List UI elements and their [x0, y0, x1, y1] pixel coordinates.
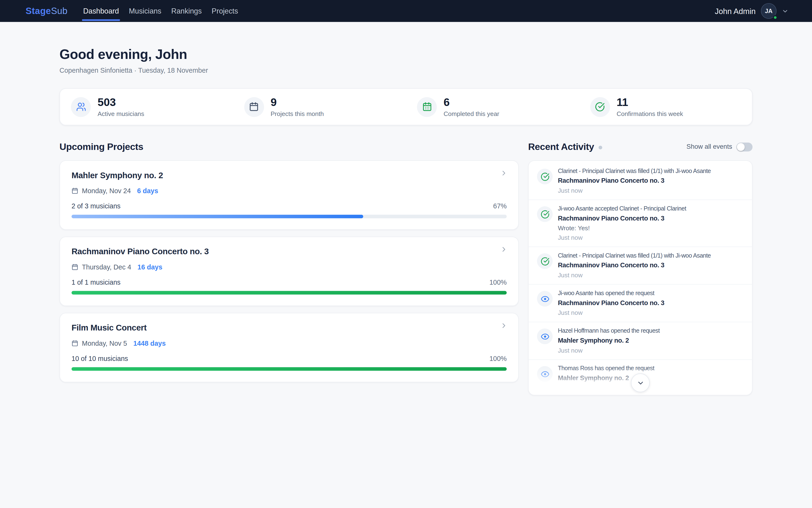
progress-track — [71, 215, 507, 218]
stats-card: 503 Active musicians 9 Projects this mon… — [60, 88, 753, 125]
greeting-subtitle: Copenhagen Sinfonietta · Tuesday, 18 Nov… — [60, 66, 753, 74]
stat-value: 9 — [271, 96, 324, 108]
project-date: Thursday, Dec 4 — [82, 263, 131, 271]
stat: 503 Active musicians — [60, 96, 233, 117]
progress-track — [71, 367, 507, 371]
app-root: StageSub Dashboard Musicians Rankings Pr… — [0, 0, 812, 508]
calendar-icon — [249, 102, 259, 112]
activity-feed-card: Clarinet - Principal Clarinet was filled… — [528, 160, 752, 395]
stat-label: Active musicians — [98, 110, 144, 117]
musicians-count: 1 of 1 musicians — [71, 279, 121, 286]
activity-item: Ji-woo Asante has opened the request Rac… — [529, 284, 752, 322]
eye-icon — [540, 332, 549, 341]
upcoming-projects-section: Upcoming Projects Mahler Symphony no. 2 … — [60, 141, 519, 389]
section-title-recent-activity: Recent Activity — [528, 141, 594, 152]
calendar-icon — [71, 187, 78, 194]
project-days-badge: 6 days — [137, 187, 158, 195]
progress-track — [71, 291, 507, 294]
stat-icon-circle — [417, 97, 437, 117]
project-title: Rachmaninov Piano Concerto no. 3 — [71, 247, 507, 257]
activity-time: Just now — [558, 187, 746, 194]
activity-time: Just now — [558, 347, 746, 354]
project-card-list: Mahler Symphony no. 2 Monday, Nov 24 6 d… — [60, 160, 519, 382]
activity-project: Rachmaninov Piano Concerto no. 3 — [558, 177, 746, 185]
chevron-right-icon[interactable] — [500, 169, 508, 177]
recent-activity-section: Recent Activity Show all events Clarinet… — [528, 141, 752, 395]
project-date: Monday, Nov 5 — [82, 340, 127, 347]
stat-value: 503 — [98, 96, 144, 108]
fill-percent: 100% — [489, 279, 507, 286]
stat-icon-circle — [590, 97, 610, 117]
musicians-count: 2 of 3 musicians — [71, 202, 121, 210]
show-all-events-toggle[interactable] — [736, 142, 752, 151]
eye-icon — [540, 294, 549, 303]
project-date: Monday, Nov 24 — [82, 187, 131, 195]
activity-icon-circle — [537, 329, 553, 344]
activity-time: Just now — [558, 234, 746, 242]
activity-project: Mahler Symphony no. 2 — [558, 337, 746, 345]
fill-percent: 100% — [489, 354, 507, 362]
activity-title: Clarinet - Principal Clarinet was filled… — [558, 167, 746, 175]
activity-project: Rachmaninov Piano Concerto no. 3 — [558, 299, 746, 307]
stat-value: 6 — [443, 96, 499, 108]
online-status-dot — [773, 15, 777, 20]
chevron-right-icon[interactable] — [500, 322, 508, 330]
activity-icon-circle — [537, 366, 553, 382]
activity-project: Rachmaninov Piano Concerto no. 3 — [558, 262, 746, 269]
stat-label: Completed this year — [443, 110, 499, 117]
expand-activity-button[interactable] — [631, 374, 650, 392]
nav-links: Dashboard Musicians Rankings Projects — [83, 0, 248, 22]
project-title: Film Music Concert — [71, 324, 507, 333]
musicians-count: 10 of 10 musicians — [71, 354, 128, 362]
activity-time: Just now — [558, 384, 746, 392]
project-card[interactable]: Film Music Concert Monday, Nov 5 1448 da… — [60, 313, 519, 382]
activity-title: Thomas Ross has opened the request — [558, 365, 746, 372]
activity-title: Ji-woo Asante accepted Clarinet - Princi… — [558, 205, 746, 213]
progress-fill — [71, 367, 507, 371]
chevron-down-icon[interactable] — [782, 8, 789, 14]
nav-item[interactable]: Rankings — [171, 0, 202, 22]
users-icon — [76, 102, 86, 112]
stat: 9 Projects this month — [233, 96, 406, 117]
nav-item[interactable]: Dashboard — [83, 0, 119, 22]
activity-title: Hazel Hoffmann has opened the request — [558, 327, 746, 335]
stat: 6 Completed this year — [406, 96, 579, 117]
project-card[interactable]: Rachmaninov Piano Concerto no. 3 Thursda… — [60, 237, 519, 306]
activity-icon-circle — [537, 291, 553, 306]
project-days-badge: 16 days — [138, 263, 162, 271]
nav-item[interactable]: Musicians — [129, 0, 161, 22]
chevron-right-icon[interactable] — [500, 246, 508, 253]
activity-title: Clarinet - Principal Clarinet was filled… — [558, 252, 746, 259]
check-circle-icon — [540, 257, 549, 265]
activity-icon-circle — [537, 253, 553, 269]
activity-note: Wrote: Yes! — [558, 224, 746, 232]
check-circle-icon — [540, 172, 549, 181]
chevron-down-icon — [636, 379, 644, 387]
stat-label: Confirmations this week — [617, 110, 683, 117]
check-circle-icon — [540, 210, 549, 218]
nav-item-label: Musicians — [129, 7, 161, 15]
project-days-badge: 1448 days — [134, 340, 166, 347]
page-title: Good evening, John — [60, 47, 753, 63]
activity-time: Just now — [558, 271, 746, 279]
logo-part-2: Sub — [51, 5, 68, 16]
check-circle-icon — [595, 102, 605, 112]
activity-item: Ji-woo Asante accepted Clarinet - Princi… — [529, 200, 752, 247]
avatar[interactable]: JA — [761, 3, 777, 19]
activity-list: Clarinet - Principal Clarinet was filled… — [529, 163, 752, 395]
stat-label: Projects this month — [271, 110, 324, 117]
show-all-events-label: Show all events — [686, 143, 732, 151]
activity-time: Just now — [558, 309, 746, 316]
activity-icon-circle — [537, 206, 553, 222]
project-card[interactable]: Mahler Symphony no. 2 Monday, Nov 24 6 d… — [60, 160, 519, 230]
stat-value: 11 — [617, 96, 683, 108]
app-logo[interactable]: StageSub — [26, 5, 68, 16]
progress-fill — [71, 291, 507, 294]
nav-item[interactable]: Projects — [211, 0, 238, 22]
fill-percent: 67% — [493, 202, 507, 210]
activity-item: Clarinet - Principal Clarinet was filled… — [529, 163, 752, 200]
activity-item: Hazel Hoffmann has opened the request Ma… — [529, 322, 752, 359]
user-menu[interactable]: John Admin JA — [715, 3, 789, 19]
logo-part-1: Stage — [26, 5, 51, 16]
calendar-days-icon — [422, 102, 432, 112]
